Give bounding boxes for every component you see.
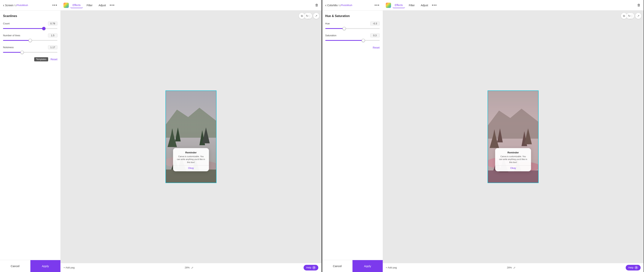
more-menu-toolbar-colormix[interactable]: ••• [432, 3, 437, 7]
reset-link-colormix[interactable]: Reset [373, 46, 380, 49]
panel-screen: ‹ Screen by PhotoMosh ••• Scanlines Coun… [0, 0, 322, 272]
zoom-level-colormix: 28% [507, 266, 512, 269]
panel-colormix: ‹ ColorMix by PhotoMosh ••• Hue & Satura… [322, 0, 644, 272]
control-numlines: Number of lines 1.5 [3, 34, 58, 42]
canvas-content-colormix: ⧉ ⊞ ↗ ↻ [383, 10, 644, 263]
sidebar-colormix: ‹ ColorMix by PhotoMosh ••• Hue & Satura… [322, 0, 383, 272]
add-page-btn-colormix[interactable]: + Add pag [386, 266, 397, 269]
tab-filter-screen[interactable]: Filter [84, 3, 95, 8]
reminder-title-screen: Reminder [177, 151, 205, 154]
help-button-screen[interactable]: Help ? [304, 265, 318, 270]
sidebar-screen: ‹ Screen by PhotoMosh ••• Scanlines Coun… [0, 0, 60, 272]
toolbar-colormix: Effects Filter Adjust ••• 🗑 [383, 0, 644, 10]
cancel-button-colormix[interactable]: Cancel [322, 260, 353, 272]
expand-icon-screen[interactable]: ⤢ [191, 266, 194, 269]
section-title-colormix: Hue & Saturation [325, 14, 380, 18]
noisiness-value[interactable]: 1.17 [48, 45, 58, 49]
apply-button-colormix[interactable]: Apply [352, 260, 383, 272]
reminder-dialog-screen: Reminder Canva is customizable. You can … [173, 148, 209, 171]
refresh-icon-colormix[interactable]: ↻ [626, 13, 632, 19]
trash-icon-screen[interactable]: 🗑 [315, 3, 318, 7]
reminder-title-colormix: Reminder [499, 151, 527, 154]
hue-label: Hue [325, 22, 330, 25]
count-value[interactable]: 0.78 [48, 22, 58, 26]
count-label: Count [3, 22, 10, 25]
toolbar-screen: Effects Filter Adjust ••• 🗑 [60, 0, 322, 10]
canvas-bottom-screen: + Add pag 28% ⤢ Help ? [60, 263, 322, 272]
canvas-area-colormix: Effects Filter Adjust ••• 🗑 ⧉ ⊞ ↗ ↻ [383, 0, 644, 272]
sidebar-content-screen: Scanlines Count 0.78 Number of lines [0, 10, 60, 260]
tab-adjust-screen[interactable]: Adjust [96, 3, 108, 8]
help-label-screen: Help [306, 266, 311, 269]
share-icon-screen[interactable]: ↗ [313, 13, 319, 19]
control-noisiness: Noisiness 1.17 [3, 45, 58, 54]
hue-slider[interactable] [325, 27, 380, 30]
reminder-text-screen: Canva is customizable. You can write any… [177, 155, 205, 164]
section-title-screen: Scanlines [3, 14, 58, 18]
tab-effects-colormix[interactable]: Effects [392, 2, 405, 8]
cancel-button-screen[interactable]: Cancel [0, 260, 30, 272]
brand-link-colormix[interactable]: PhotoMosh [341, 4, 352, 6]
brand-link-screen[interactable]: PhotoMosh [16, 4, 28, 6]
saturation-label: Saturation [325, 34, 336, 37]
expand-icon-colormix[interactable]: ⤢ [513, 266, 516, 269]
gradient-icon-colormix[interactable] [386, 3, 391, 8]
reset-area-colormix: Reset [325, 46, 380, 49]
canvas-bottom-colormix: + Add pag 28% ⤢ Help ? [383, 263, 644, 272]
noisiness-label: Noisiness [3, 46, 14, 49]
numlines-label: Number of lines [3, 34, 20, 37]
numlines-slider[interactable] [3, 38, 58, 42]
gradient-icon-screen[interactable] [64, 3, 69, 8]
reminder-okay-colormix[interactable]: Okay [499, 166, 527, 170]
reminder-text-colormix: Canva is customizable. You can write any… [499, 155, 527, 164]
colormix-title: ColorMix [327, 4, 338, 7]
back-button-colormix[interactable]: ‹ ColorMix [325, 3, 338, 7]
help-question-icon-colormix: ? [634, 266, 638, 269]
saturation-slider[interactable] [325, 38, 380, 42]
add-page-btn-screen[interactable]: + Add pag [64, 266, 74, 269]
sidebar-content-colormix: Hue & Saturation Hue -0.3 Saturation [322, 10, 383, 260]
help-question-icon-screen: ? [312, 266, 316, 269]
trash-icon-colormix[interactable]: 🗑 [637, 3, 640, 7]
share-icon-colormix[interactable]: ↗ [635, 13, 641, 19]
zoom-level-screen: 28% [185, 266, 190, 269]
tab-filter-colormix[interactable]: Filter [406, 3, 417, 8]
saturation-value[interactable]: 0.3 [370, 34, 380, 38]
back-chevron-icon-colormix: ‹ [325, 3, 327, 7]
sidebar-footer-colormix: Cancel Apply [322, 260, 383, 272]
reset-link-screen[interactable]: Reset [50, 58, 58, 61]
tab-adjust-colormix[interactable]: Adjust [418, 3, 430, 8]
tab-effects-screen[interactable]: Effects [70, 2, 83, 8]
canvas-content-screen: ⧉ ⊞ ↗ ↻ [60, 10, 322, 263]
sidebar-header-screen: ‹ Screen by PhotoMosh ••• [0, 0, 60, 10]
sidebar-header-colormix: ‹ ColorMix by PhotoMosh ••• [322, 0, 383, 10]
apply-button-screen[interactable]: Apply [30, 260, 61, 272]
count-slider[interactable] [3, 27, 58, 30]
control-saturation: Saturation 0.3 [325, 34, 380, 42]
zoom-controls-colormix: 28% ⤢ [507, 266, 516, 269]
noisiness-slider[interactable] [3, 50, 58, 54]
zoom-controls-screen: 28% ⤢ [185, 266, 194, 269]
phone-mockup-screen: Reminder Canva is customizable. You can … [166, 90, 216, 183]
sidebar-footer-screen: Cancel Apply [0, 260, 60, 272]
by-text-colormix: by [338, 4, 341, 6]
canvas-area-screen: Effects Filter Adjust ••• 🗑 ⧉ ⊞ ↗ ↻ [60, 0, 322, 272]
phone-mockup-colormix: Reminder Canva is customizable. You can … [488, 90, 538, 183]
reset-area-screen: Templates Reset [3, 57, 58, 62]
help-label-colormix: Help [628, 266, 634, 269]
more-menu-colormix[interactable]: ••• [374, 3, 380, 7]
control-hue: Hue -0.3 [325, 22, 380, 30]
control-count: Count 0.78 [3, 22, 58, 30]
templates-tooltip[interactable]: Templates [34, 57, 48, 62]
hue-value[interactable]: -0.3 [370, 22, 380, 26]
more-menu-toolbar-screen[interactable]: ••• [110, 3, 115, 7]
more-menu-screen[interactable]: ••• [52, 3, 58, 7]
reminder-dialog-colormix: Reminder Canva is customizable. You can … [495, 148, 531, 171]
refresh-icon-screen[interactable]: ↻ [304, 13, 310, 19]
by-text-screen: by [14, 4, 16, 6]
back-button-screen[interactable]: ‹ Screen [3, 3, 14, 7]
numlines-value[interactable]: 1.5 [48, 34, 58, 38]
help-button-colormix[interactable]: Help ? [626, 265, 640, 270]
back-chevron-icon: ‹ [3, 3, 4, 7]
reminder-okay-screen[interactable]: Okay [177, 166, 205, 170]
